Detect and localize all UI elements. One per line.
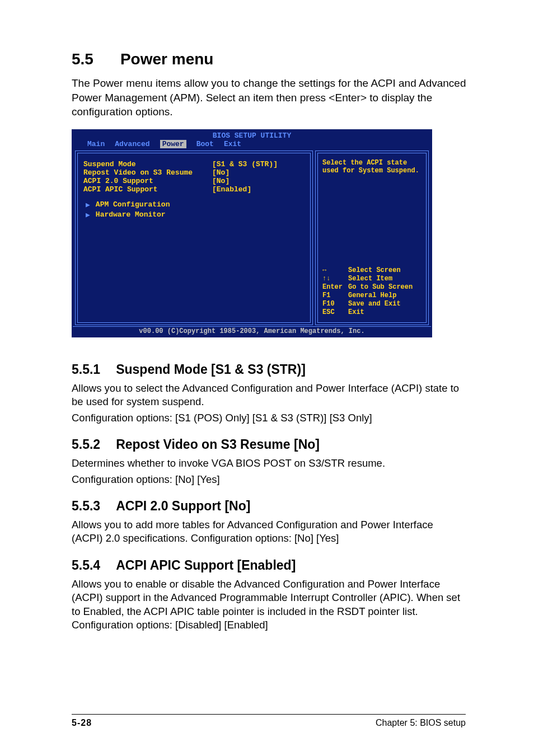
- bios-key-action: Exit: [348, 308, 364, 317]
- bios-key: Enter: [322, 283, 348, 292]
- section-title-text: Power menu: [120, 50, 213, 68]
- bios-main-panel-outer: Suspend Mode [S1 & S3 (STR)] Repost Vide…: [75, 151, 313, 325]
- section-heading: 5.5Power menu: [72, 50, 467, 68]
- bios-item-value: [S1 & S3 (STR)]: [212, 160, 278, 168]
- subsection-body: Allows you to enable or disable the Adva…: [72, 577, 467, 632]
- subsection-number: 5.5.4: [72, 558, 100, 573]
- bios-help-panel: Select the ACPI state used for System Su…: [317, 153, 427, 323]
- bios-tab-bar: Main Advanced Power Boot Exit: [73, 140, 431, 149]
- bios-tab-advanced[interactable]: Advanced: [115, 140, 149, 148]
- bios-main-panel: Suspend Mode [S1 & S3 (STR)] Repost Vide…: [77, 153, 311, 323]
- subsection-title: ACPI 2.0 Support [No]: [116, 499, 250, 513]
- bios-key: ↔: [322, 266, 348, 275]
- subsection-title: Repost Video on S3 Resume [No]: [116, 437, 320, 452]
- bios-item-label: Suspend Mode: [83, 160, 212, 168]
- subsection-body: Determines whether to invoke VGA BIOS PO…: [72, 457, 467, 470]
- bios-key: ESC: [322, 308, 348, 317]
- bios-submenu-label: APM Configuration: [96, 200, 170, 209]
- bios-key-row: EnterGo to Sub Screen: [322, 283, 421, 292]
- subsection-number: 5.5.1: [72, 362, 100, 377]
- bios-submenu-hardware-monitor[interactable]: ▶ Hardware Monitor: [86, 210, 305, 219]
- subsection-number: 5.5.2: [72, 437, 100, 452]
- bios-screenshot: BIOS SETUP UTILITY Main Advanced Power B…: [72, 129, 432, 337]
- bios-submenu-group: ▶ APM Configuration ▶ Hardware Monitor: [83, 200, 305, 219]
- bios-title: BIOS SETUP UTILITY: [73, 130, 431, 140]
- chapter-label: Chapter 5: BIOS setup: [376, 718, 466, 728]
- subsection-body: Configuration options: [S1 (POS) Only] […: [72, 411, 467, 425]
- bios-tab-exit[interactable]: Exit: [224, 140, 241, 148]
- bios-body: Suspend Mode [S1 & S3 (STR)] Repost Vide…: [73, 149, 431, 326]
- subsection-heading: 5.5.2Repost Video on S3 Resume [No]: [72, 437, 467, 452]
- bios-help-panel-outer: Select the ACPI state used for System Su…: [315, 151, 429, 325]
- subsection-body: Allows you to add more tables for Advanc…: [72, 518, 467, 546]
- section-number: 5.5: [72, 50, 93, 68]
- bios-copyright: v00.00 (C)Copyright 1985-2003, American …: [73, 326, 431, 336]
- subsection-body: Allows you to select the Advanced Config…: [72, 382, 467, 409]
- bios-item-label: Repost Video on S3 Resume: [83, 168, 212, 177]
- page-number: 5-28: [72, 718, 92, 728]
- page-footer: 5-28 Chapter 5: BIOS setup: [72, 714, 466, 728]
- document-page: 5.5Power menu The Power menu items allow…: [0, 0, 534, 756]
- subsection-heading: 5.5.4ACPI APIC Support [Enabled]: [72, 558, 467, 573]
- bios-context-help: Select the ACPI state used for System Su…: [322, 159, 421, 175]
- bios-item-acpi-apic[interactable]: ACPI APIC Support [Enabled]: [83, 185, 305, 194]
- bios-key: ↑↓: [322, 275, 348, 283]
- subsection-title: Suspend Mode [S1 & S3 (STR)]: [116, 362, 306, 377]
- bios-submenu-label: Hardware Monitor: [96, 210, 166, 219]
- bios-key-action: Save and Exit: [348, 300, 401, 308]
- bios-key: F1: [322, 292, 348, 300]
- bios-tab-power[interactable]: Power: [160, 140, 186, 148]
- bios-item-value: [No]: [212, 177, 229, 185]
- bios-key-legend: ↔Select Screen ↑↓Select Item EnterGo to …: [322, 266, 421, 317]
- bios-key: F10: [322, 300, 348, 308]
- subsection-number: 5.5.3: [72, 499, 100, 514]
- bios-item-suspend-mode[interactable]: Suspend Mode [S1 & S3 (STR)]: [83, 160, 305, 168]
- bios-item-label: ACPI APIC Support: [83, 185, 212, 194]
- bios-item-value: [Enabled]: [212, 185, 251, 194]
- bios-key-row: ESCExit: [322, 308, 421, 317]
- bios-tab-main[interactable]: Main: [87, 140, 105, 148]
- bios-key-action: Select Screen: [348, 266, 401, 275]
- bios-item-label: ACPI 2.0 Support: [83, 177, 212, 185]
- bios-key-row: ↔Select Screen: [322, 266, 421, 275]
- bios-item-value: [No]: [212, 168, 229, 177]
- bios-tab-boot[interactable]: Boot: [196, 140, 214, 148]
- bios-key-action: Go to Sub Screen: [348, 283, 413, 292]
- bios-submenu-apm[interactable]: ▶ APM Configuration: [86, 200, 305, 209]
- section-intro: The Power menu items allow you to change…: [72, 76, 467, 119]
- subsection-heading: 5.5.1Suspend Mode [S1 & S3 (STR)]: [72, 362, 467, 377]
- bios-item-repost-video[interactable]: Repost Video on S3 Resume [No]: [83, 168, 305, 177]
- bios-key-action: Select Item: [348, 275, 392, 283]
- bios-key-row: ↑↓Select Item: [322, 275, 421, 283]
- triangle-right-icon: ▶: [86, 210, 90, 219]
- bios-key-action: General Help: [348, 292, 396, 300]
- bios-key-row: F10Save and Exit: [322, 300, 421, 308]
- subsection-heading: 5.5.3ACPI 2.0 Support [No]: [72, 499, 467, 514]
- subsection-body: Configuration options: [No] [Yes]: [72, 473, 467, 486]
- subsection-title: ACPI APIC Support [Enabled]: [116, 558, 296, 572]
- bios-key-row: F1General Help: [322, 292, 421, 300]
- bios-item-acpi-20[interactable]: ACPI 2.0 Support [No]: [83, 177, 305, 185]
- triangle-right-icon: ▶: [86, 200, 90, 209]
